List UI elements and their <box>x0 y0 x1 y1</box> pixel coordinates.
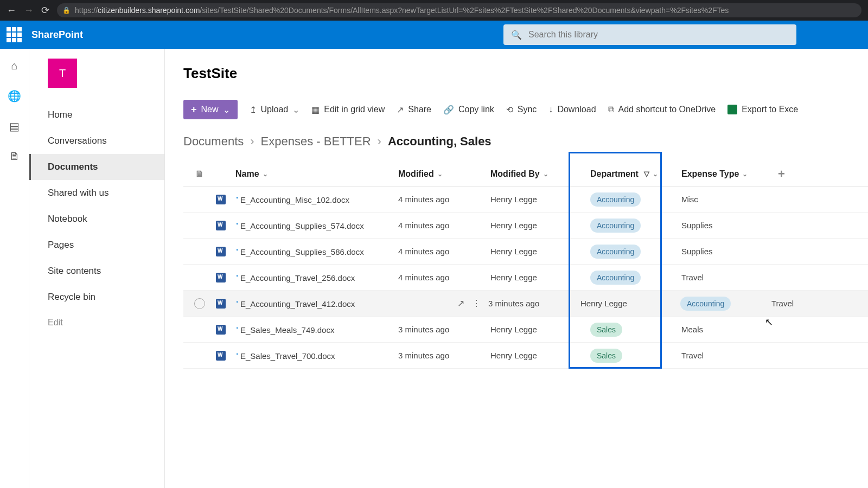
modified-cell: 4 minutes ago <box>398 221 490 230</box>
cursor-icon: ↖ <box>765 316 773 328</box>
word-icon <box>216 221 226 230</box>
file-name[interactable]: ⋆E_Accounting_Supplies_586.docx <box>235 247 364 256</box>
table-row[interactable]: ⋆E_Accounting_Supplies_586.docx4 minutes… <box>183 239 868 265</box>
expense-type-cell: Travel <box>669 273 778 282</box>
main-content: TestSite +New⌄ ↥Upload⌄ ▦Edit in grid vi… <box>165 49 868 488</box>
suite-title[interactable]: SharePoint <box>31 29 83 41</box>
modified-cell: 4 minutes ago <box>398 195 490 204</box>
command-bar: +New⌄ ↥Upload⌄ ▦Edit in grid view ↗Share… <box>165 98 868 121</box>
news-icon[interactable]: ▤ <box>9 120 20 133</box>
nav-item-site-contents[interactable]: Site contents <box>29 258 164 284</box>
export-excel-button[interactable]: Export to Exce <box>727 105 798 114</box>
expense-type-cell: Supplies <box>669 247 778 256</box>
crumb-current: Accounting, Sales <box>388 134 492 149</box>
crumb-expenses[interactable]: Expenses - BETTER <box>261 134 371 149</box>
file-name[interactable]: ⋆E_Accounting_Misc_102.docx <box>235 195 349 204</box>
chevron-down-icon: ⌄ <box>223 105 230 115</box>
upload-icon: ↥ <box>250 105 257 115</box>
globe-icon[interactable]: 🌐 <box>8 89 21 102</box>
breadcrumb: Documents › Expenses - BETTER › Accounti… <box>165 134 868 149</box>
chevron-right-icon: › <box>378 134 381 149</box>
modified-by-cell: Henry Legge <box>490 351 577 360</box>
url-bar[interactable]: 🔒 https://citizenbuilders.sharepoint.com… <box>57 3 861 17</box>
file-name[interactable]: ⋆E_Sales_Travel_700.docx <box>235 351 335 361</box>
files-icon[interactable]: 🗎 <box>9 150 20 163</box>
column-expense-type[interactable]: Expense Type⌄ <box>669 169 778 179</box>
browser-chrome: ← → ⟳ 🔒 https://citizenbuilders.sharepoi… <box>0 0 868 21</box>
expense-type-cell: Travel <box>669 351 778 360</box>
app-rail: ⌂ 🌐 ▤ 🗎 <box>0 49 29 488</box>
expense-type-cell: Meals <box>669 325 778 334</box>
nav-edit[interactable]: Edit <box>29 310 164 335</box>
home-icon[interactable]: ⌂ <box>11 60 17 72</box>
modified-by-cell: Henry Legge <box>490 195 577 204</box>
select-circle[interactable] <box>194 298 205 309</box>
sync-icon: ⟲ <box>506 105 513 115</box>
table-row[interactable]: ⋆E_Sales_Travel_700.docx3 minutes agoHen… <box>183 343 868 369</box>
chevron-right-icon: › <box>250 134 254 149</box>
copy-link-button[interactable]: 🔗Copy link <box>443 105 494 115</box>
new-indicator-icon: ⋆ <box>235 325 239 331</box>
column-name[interactable]: Name⌄ <box>235 169 398 179</box>
back-button[interactable]: ← <box>7 5 16 16</box>
modified-cell: 3 minutes ago <box>398 325 490 334</box>
more-icon[interactable]: ⋮ <box>472 298 481 309</box>
table-row[interactable]: ⋆E_Accounting_Misc_102.docx4 minutes ago… <box>183 187 868 213</box>
highlight-annotation <box>569 152 662 369</box>
expense-type-cell: Misc <box>669 195 778 204</box>
new-indicator-icon: ⋆ <box>235 221 239 227</box>
table-row[interactable]: ⋆E_Accounting_Travel_256.docx4 minutes a… <box>183 265 868 291</box>
nav-item-conversations[interactable]: Conversations <box>29 128 164 154</box>
new-indicator-icon: ⋆ <box>235 299 239 305</box>
left-nav: T HomeConversationsDocumentsShared with … <box>29 49 165 488</box>
chevron-down-icon: ⌄ <box>263 170 268 178</box>
column-modified-by[interactable]: Modified By⌄ <box>490 169 577 179</box>
share-icon[interactable]: ↗ <box>457 298 464 309</box>
table-row[interactable]: ⋆E_Accounting_Supplies_574.docx4 minutes… <box>183 213 868 239</box>
modified-by-cell: Henry Legge <box>490 247 577 256</box>
app-launcher-icon[interactable] <box>7 27 22 42</box>
suite-bar: SharePoint 🔍 <box>0 21 868 49</box>
download-icon: ↓ <box>548 105 553 114</box>
expense-type-cell: Supplies <box>669 221 778 230</box>
add-column-button[interactable]: + <box>778 167 800 181</box>
site-title[interactable]: TestSite <box>183 65 237 82</box>
link-icon: 🔗 <box>443 105 454 115</box>
chevron-down-icon: ⌄ <box>742 170 748 178</box>
chevron-down-icon: ⌄ <box>543 170 548 178</box>
edit-grid-button[interactable]: ▦Edit in grid view <box>311 105 385 115</box>
modified-by-cell: Henry Legge <box>490 221 577 230</box>
download-button[interactable]: ↓Download <box>548 105 596 114</box>
new-indicator-icon: ⋆ <box>235 351 239 357</box>
nav-item-shared-with-us[interactable]: Shared with us <box>29 180 164 206</box>
upload-button[interactable]: ↥Upload⌄ <box>250 105 300 115</box>
modified-cell: 4 minutes ago <box>398 247 490 256</box>
site-logo[interactable]: T <box>48 59 77 88</box>
column-modified[interactable]: Modified⌄ <box>398 169 490 179</box>
grid-icon: ▦ <box>311 105 320 115</box>
forward-button[interactable]: → <box>24 5 34 16</box>
table-row[interactable]: ⋆E_Accounting_Travel_412.docx↗⋮3 minutes… <box>183 291 868 317</box>
new-indicator-icon: ⋆ <box>235 273 239 279</box>
word-icon <box>216 299 226 309</box>
shortcut-button[interactable]: ⧉Add shortcut to OneDrive <box>608 105 716 114</box>
new-button[interactable]: +New⌄ <box>183 100 238 119</box>
file-name[interactable]: ⋆E_Accounting_Supplies_574.docx <box>235 221 364 230</box>
search-icon: 🔍 <box>511 30 522 40</box>
file-name[interactable]: ⋆E_Accounting_Travel_412.docx <box>235 299 355 309</box>
nav-item-home[interactable]: Home <box>29 102 164 128</box>
word-icon <box>216 247 226 256</box>
share-button[interactable]: ↗Share <box>397 105 431 115</box>
nav-item-pages[interactable]: Pages <box>29 232 164 258</box>
reload-button[interactable]: ⟳ <box>41 4 49 16</box>
search-box[interactable]: 🔍 <box>503 24 796 45</box>
sync-button[interactable]: ⟲Sync <box>506 105 537 115</box>
nav-item-recycle-bin[interactable]: Recycle bin <box>29 284 164 310</box>
department-pill[interactable]: Accounting <box>680 297 731 311</box>
file-name[interactable]: ⋆E_Sales_Meals_749.docx <box>235 325 334 335</box>
search-input[interactable] <box>528 30 789 40</box>
nav-item-notebook[interactable]: Notebook <box>29 206 164 232</box>
nav-item-documents[interactable]: Documents <box>29 154 164 180</box>
file-name[interactable]: ⋆E_Accounting_Travel_256.docx <box>235 273 355 282</box>
crumb-documents[interactable]: Documents <box>183 134 244 149</box>
